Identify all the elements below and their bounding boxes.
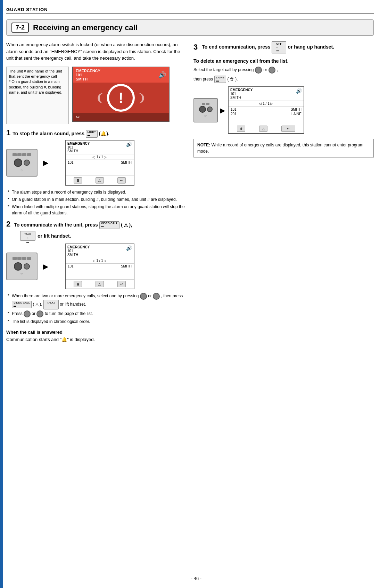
emer-label: EMERGENCY [76,69,100,73]
d-dial [199,106,206,113]
section-title-text: Receiving an emergency call [33,23,138,32]
right-column: 3 To end communication, press OFF○▬ or h… [193,41,374,343]
arrow-icon: ▶ [43,159,48,167]
speaker-icon: 🔊 [158,71,166,79]
wave-right-icon: ❩ [137,91,146,104]
step2-trash-btn[interactable]: 🗑 [74,281,82,287]
left-accent-bar [0,0,3,588]
page-number: - 46 - [6,576,380,581]
step2-emer-name: SMITH [67,253,90,257]
del-emer-name: SMITH [230,96,253,100]
step2-bullet-1-container: When there are two or more emergency cal… [6,293,187,325]
dial-up-icon[interactable] [140,293,147,300]
s2-btn4 [27,257,31,260]
step2-text2: or lift handset. [38,233,71,239]
delete-parens: ( 🗑 ). [228,76,238,83]
del-return-btn[interactable]: ↩ [281,126,295,132]
delete-header: To delete an emergency call from the lis… [193,58,374,64]
del-speaker-icon: 🔊 [296,88,302,100]
s2-btn2 [17,257,22,260]
step2-speaker-icon: 🔊 [126,245,132,257]
step3-text: To end communication, press OFF○▬ or han… [202,41,334,53]
del-emer-unit: 101 [230,92,253,96]
step3-container: 3 To end communication, press OFF○▬ or h… [193,41,374,53]
s2-btn1 [13,257,17,260]
step1-device-panel: ☞ [6,149,38,177]
delete-text: Select the target call by pressing or , … [193,67,374,83]
emer-name: SMITH [76,77,100,81]
talk-icon[interactable]: TALK↕▬ [20,231,35,241]
del-row2: 201 LAINE [229,112,304,116]
note-content: While a record of emergency calls are di… [197,143,363,154]
trash-btn[interactable]: 🗑 [74,177,82,184]
del-row1: 101 SMITH [229,107,304,112]
delete-comma: , [277,67,278,73]
d-hand-icon: ☞ [204,114,207,118]
step1-speaker-icon: 🔊 [126,142,132,153]
step2-arrow-icon: ▶ [43,262,48,271]
section-title-box: 7-2 Receiving an emergency call [6,19,374,36]
delete-section: To delete an emergency call from the lis… [193,58,374,158]
dial-page-up-icon[interactable] [24,310,31,317]
note-label: NOTE: [197,143,210,147]
step1-screen-footer: 🗑 △ ↩ [66,176,134,185]
step1-bullet-2: On a guard station in a main section, bu… [12,196,187,203]
step2-return-btn[interactable]: ↩ [117,281,126,287]
delete-dial-down[interactable] [269,67,275,74]
step1-bullet-1: The alarm stops and a record of emergenc… [12,189,187,195]
bell-btn[interactable]: △ [96,177,104,184]
inline-talk-icon[interactable]: TALK↕ [43,300,59,309]
step2-screen-footer: 🗑 △ ↩ [66,279,134,289]
step2-dial [14,262,22,271]
step1-screen-nav: ◁ 1 / 1 ▷ [66,154,134,160]
off-key[interactable]: OFF○▬ [272,41,286,53]
emergency-screen-large: EMERGENCY 101 SMITH 🔊 ❨ ! ❩ [72,67,170,122]
step1-emer-label: EMERGENCY [67,142,90,145]
step2-bullet-1: When there are two or more emergency cal… [12,293,187,309]
hand-icon: ☞ [20,169,23,172]
dial-down-icon[interactable] [153,293,160,300]
step3-number: 3 [193,43,198,52]
del-trash-btn[interactable]: 🗑 [237,126,245,132]
step2-container: 2 To communicate with the unit, press VI… [6,220,187,343]
callout-box: The unit # and name of the unit that sen… [6,67,69,124]
videocall-key[interactable]: VIDEO CALL▬ [99,221,119,229]
emer-unit: 101 [76,73,100,77]
delete-arrow-icon: ▶ [220,106,225,114]
delete-device-panel: ☞ [193,98,218,122]
step2-hand-icon: ☞ [20,272,23,276]
step1-parens: (🔔). [99,131,109,136]
delete-screen: EMERGENCY 101 SMITH 🔊 ◁ 1 / 1 ▷ 101 SMIT… [228,86,304,134]
delete-light-key[interactable]: LIGHT▬ [214,76,226,83]
d-btn1 [202,103,205,105]
delete-screen-header: EMERGENCY 101 SMITH 🔊 [229,87,304,101]
intro-paragraph: When an emergency alarm switch is locked… [6,41,187,62]
call-answered-header: When the call is answered [6,330,187,335]
step2-emer-label: EMERGENCY [67,245,90,249]
callout-main: The unit # and name of the unit that sen… [9,69,62,78]
note-box: NOTE: While a record of emergency calls … [193,139,374,157]
dial-page-down-icon[interactable] [36,310,43,317]
step2-bell-btn[interactable]: △ [96,281,104,287]
exclamation-icon: ! [107,84,135,112]
inline-videocall-key[interactable]: VIDEO CALL▬ [12,301,32,308]
top-btn-row [13,153,31,156]
del-bell-btn[interactable]: △ [259,126,267,132]
step2-btn-row [13,257,31,260]
btn3 [22,153,26,156]
delete-device-wrapper: ☞ ▶ EMERGENCY 101 SMITH 🔊 [193,86,374,134]
btn1 [13,153,17,156]
btn4 [27,153,31,156]
step1-screen-empty [66,165,134,176]
delete-dial-up[interactable] [255,67,262,74]
return-btn[interactable]: ↩ [117,177,126,184]
small-dial [24,160,30,166]
step1-emer-name: SMITH [67,149,90,153]
light-key[interactable]: LIGHT▬ [86,130,98,138]
step2-screen-empty [66,269,134,279]
step2-screen-header: EMERGENCY 101 SMITH 🔊 [66,244,134,258]
delete-screen-nav: ◁ 1 / 1 ▷ [229,101,304,106]
del-emer-label: EMERGENCY [230,88,253,92]
section-number: 7-2 [11,23,29,33]
step1-number: 1 [6,128,10,137]
